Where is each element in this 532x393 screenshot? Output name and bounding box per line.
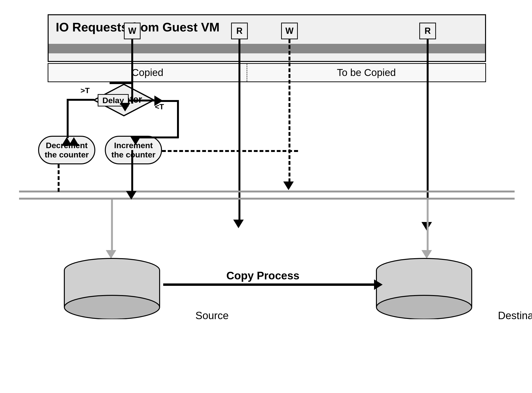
lt-v-line (177, 100, 179, 138)
w1-to-bus (131, 150, 133, 193)
svg-point-5 (64, 295, 160, 319)
r1-arrow (233, 220, 244, 228)
w2-line-dashed (289, 39, 290, 182)
io-req-w2: W (281, 23, 298, 39)
gt-threshold: >T (81, 86, 90, 95)
delay-arrow-head (154, 96, 163, 106)
io-req-r1: R (231, 23, 248, 39)
destination-cylinder: Destination (374, 257, 474, 319)
timeline-bar (49, 44, 485, 53)
copied-tobecopied-bar: Copied To be Copied (48, 63, 486, 82)
io-req-r2: R (419, 23, 436, 39)
svg-point-10 (376, 295, 472, 319)
lt-h-line-down (136, 136, 179, 138)
decrement-arrow2 (69, 137, 79, 146)
w2-arrow (283, 181, 294, 190)
w1-line (131, 39, 133, 82)
io-req-w1: W (124, 23, 141, 39)
destination-label: Destination (474, 310, 532, 322)
gt-v-line (67, 99, 69, 138)
bus-line-bottom (19, 198, 515, 200)
increment-dashed-h (162, 150, 298, 152)
source-label: Source (162, 310, 262, 322)
gt-h-line (67, 99, 94, 101)
bus-to-source (111, 200, 113, 252)
copy-process-line (163, 283, 375, 286)
delay-arrow-h (129, 100, 155, 101)
tobecopied-section: To be Copied (247, 64, 485, 81)
bus-to-dest (427, 200, 429, 252)
copy-process-arrow (374, 279, 383, 290)
r2-line (427, 39, 429, 223)
decrement-to-bus-dashed (58, 164, 60, 192)
w1-h-line (110, 82, 132, 84)
dashed-corner (296, 150, 298, 152)
copied-section: Copied (48, 64, 247, 81)
bus-line-top (19, 191, 515, 192)
diagram-container: IO Requests from Guest VM W R W R Copied… (19, 10, 515, 386)
source-cylinder: Source (62, 257, 162, 319)
counter-arrow-down (120, 103, 130, 111)
r1-line (238, 39, 240, 220)
w1-bus-arrow (126, 191, 137, 200)
copy-process-label: Copy Process (226, 269, 299, 282)
increment-arrow (130, 136, 141, 145)
